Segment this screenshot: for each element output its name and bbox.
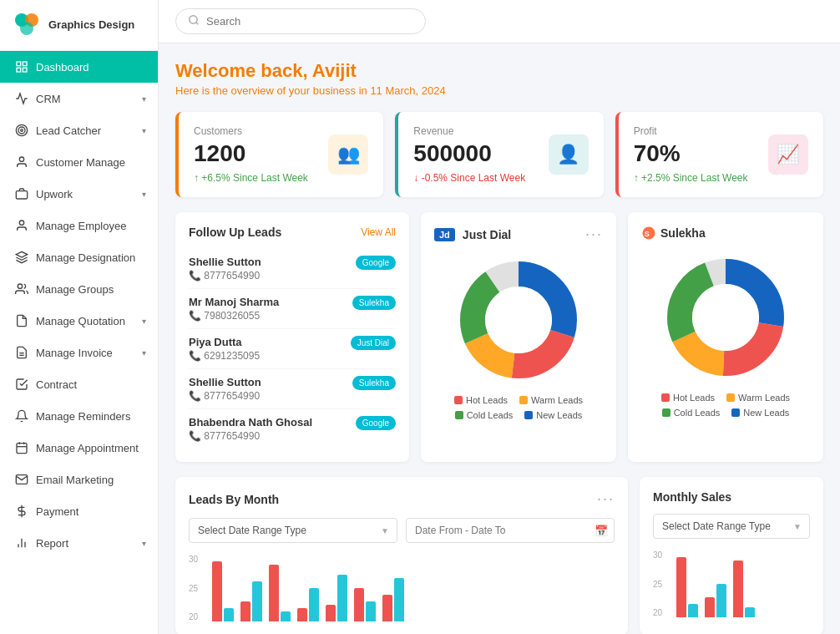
svg-marker-13	[16, 251, 27, 257]
y-label-20: 20	[189, 612, 198, 621]
leads-bar-chart	[212, 555, 615, 621]
lead-name: Piya Dutta	[189, 336, 260, 348]
sidebar-label-payment: Payment	[36, 505, 146, 518]
search-input[interactable]	[206, 15, 413, 28]
svg-point-2	[20, 22, 33, 35]
sidebar-item-lead-catcher[interactable]: Lead Catcher ▾	[0, 114, 158, 146]
sidebar-item-manage-groups[interactable]: Manage Groups	[0, 273, 158, 305]
bar-orange	[354, 588, 364, 621]
welcome-section: Welcome back, Avijit Here is the overvie…	[175, 60, 823, 97]
stat-left-customers: Customers 1200 ↑ +6.5% Since Last Week	[194, 125, 308, 184]
target-icon	[14, 123, 29, 138]
lead-badge: Google	[356, 256, 396, 270]
bar-group	[240, 581, 262, 621]
monthly-sales-range-wrap: Select Date Range Type	[653, 514, 810, 539]
sidebar-label-manage-invoice: Manage Invoice	[36, 347, 142, 359]
svg-line-26	[196, 23, 199, 25]
bar-teal	[366, 601, 376, 621]
search-box[interactable]	[175, 8, 426, 34]
sidebar-item-dashboard[interactable]: Dashboard	[0, 51, 158, 83]
stat-left-profit: Profit 70% ↑ +2.5% Since Last Week	[634, 125, 748, 184]
view-all-button[interactable]: View All	[361, 226, 396, 238]
lead-name: Shellie Sutton	[189, 376, 261, 388]
sidebar-item-report[interactable]: Report ▾	[0, 527, 158, 559]
sidebar-item-manage-invoice[interactable]: Manage Invoice ▾	[0, 337, 158, 368]
bar-group	[676, 557, 698, 617]
grid-icon	[14, 59, 29, 74]
welcome-sub-prefix: Here is the overview of your business in	[175, 84, 370, 97]
sidebar-item-manage-designation[interactable]: Manage Designation	[0, 241, 158, 273]
lead-phone: 📞 6291235095	[189, 350, 260, 362]
logo-text: Graphics Design	[48, 18, 134, 32]
welcome-greeting: Welcome back,	[175, 60, 312, 81]
sidebar-label-dashboard: Dashboard	[36, 61, 146, 74]
cold-leads-dot	[455, 411, 463, 419]
sidebar-label-email-marketing: Email Marketing	[36, 474, 146, 486]
sulekha-chart: Hot Leads Warm Leads Cold Leads New	[641, 251, 810, 418]
svg-rect-11	[16, 191, 27, 199]
monthly-sales-range-select[interactable]: Select Date Range Type	[653, 514, 810, 539]
sidebar-item-manage-employee[interactable]: Manage Employee	[0, 210, 158, 241]
bar-group	[326, 575, 347, 621]
svg-point-10	[19, 157, 23, 161]
sidebar-item-email-marketing[interactable]: Email Marketing	[0, 464, 158, 495]
svg-rect-17	[17, 444, 27, 454]
bell-icon	[14, 408, 29, 424]
sulekha-icon: S	[641, 226, 656, 241]
stat-change-revenue: ↓ -0.5% Since Last Week	[413, 172, 525, 184]
bar-teal	[309, 588, 319, 621]
sidebar-item-payment[interactable]: Payment	[0, 495, 158, 527]
bar-orange	[326, 605, 336, 621]
lead-phone: 📞 8777654990	[189, 390, 261, 402]
bar-orange	[382, 595, 392, 621]
just-dial-legend: Hot Leads Warm Leads Cold Leads New	[434, 395, 603, 420]
stat-card-revenue: Revenue 500000 ↓ -0.5% Since Last Week 👤	[395, 112, 603, 197]
leads-month-menu[interactable]: ···	[597, 490, 615, 508]
y-label-30: 30	[189, 555, 198, 564]
sulekha-legend-new: New Leads	[731, 408, 789, 418]
stats-row: Customers 1200 ↑ +6.5% Since Last Week 👥…	[175, 112, 823, 197]
sales-bar-chart	[676, 550, 810, 617]
bar-orange	[297, 608, 307, 621]
sidebar-item-manage-reminders[interactable]: Manage Reminders	[0, 400, 158, 432]
just-dial-title: Just Dial	[463, 228, 511, 241]
sidebar-item-manage-appointment[interactable]: Manage Appointment	[0, 432, 158, 464]
date-range-type-select[interactable]: Select Date Range Type	[189, 518, 397, 543]
lead-name: Shellie Sutton	[189, 256, 261, 268]
sidebar-label-manage-reminders: Manage Reminders	[36, 410, 146, 423]
stat-icon-customers: 👥	[328, 134, 368, 175]
list-item: Shellie Sutton 📞 8777654990 Sulekha	[189, 369, 396, 409]
cold-leads-label: Cold Leads	[467, 410, 514, 420]
just-dial-menu[interactable]: ···	[585, 226, 603, 243]
svg-rect-3	[17, 62, 21, 66]
sidebar-item-crm[interactable]: CRM ▾	[0, 83, 158, 114]
svg-point-40	[692, 284, 759, 351]
monthly-sales-title: Monthly Sales	[653, 490, 731, 504]
svg-rect-5	[17, 68, 21, 72]
legend-cold: Cold Leads	[455, 410, 514, 420]
stat-label-revenue: Revenue	[413, 125, 525, 137]
list-item: Mr Manoj Sharma 📞 7980326055 Sulekha	[189, 289, 396, 329]
bar-teal	[337, 575, 347, 621]
lead-badge: Just Dial	[351, 336, 396, 350]
sulekha-header: S Sulekha	[641, 226, 810, 241]
sidebar-item-upwork[interactable]: Upwork ▾	[0, 178, 158, 210]
sidebar-label-manage-designation: Manage Designation	[36, 251, 146, 264]
doc-icon	[14, 313, 29, 328]
list-item: Shellie Sutton 📞 8777654990 Google	[189, 249, 396, 289]
warm-leads-dot	[519, 396, 528, 404]
lead-phone: 📞 8777654990	[189, 430, 312, 442]
chevron-icon-upwork: ▾	[142, 190, 146, 199]
sidebar-item-manage-quotation[interactable]: Manage Quotation ▾	[0, 305, 158, 337]
sidebar-item-contract[interactable]: Contract	[0, 368, 158, 400]
just-dial-chart: Hot Leads Warm Leads Cold Leads New	[434, 253, 603, 420]
briefcase-icon	[14, 186, 29, 201]
date-range-input[interactable]	[406, 518, 615, 543]
sidebar-item-customer-manage[interactable]: Customer Manage	[0, 146, 158, 178]
lead-phone: 📞 7980326055	[189, 310, 279, 322]
sidebar-label-customer-manage: Customer Manage	[36, 156, 146, 169]
stat-card-profit: Profit 70% ↑ +2.5% Since Last Week 📈	[615, 112, 823, 197]
legend-new: New Leads	[524, 410, 582, 420]
list-item: Bhabendra Nath Ghosal 📞 8777654990 Googl…	[189, 409, 396, 449]
leads-list: Shellie Sutton 📞 8777654990 Google Mr Ma…	[189, 249, 396, 449]
